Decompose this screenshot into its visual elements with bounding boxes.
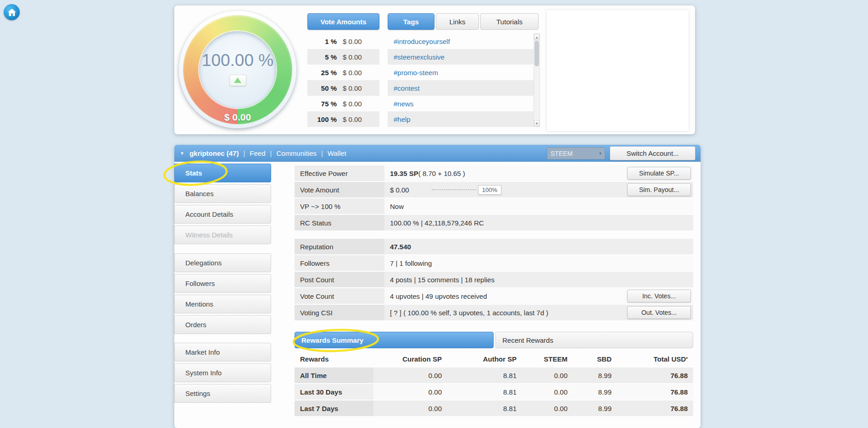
stat-value-text: 7 | 1 following: [390, 259, 432, 267]
outgoing-votes-button[interactable]: Out. Votes...: [627, 306, 691, 319]
scroll-down-icon[interactable]: ▼: [534, 120, 540, 126]
vote-value: $ 0.00: [343, 69, 362, 77]
stat-value-text: 100.00 % | 42,118,579,246 RC: [390, 219, 484, 227]
tag-link[interactable]: #help: [388, 111, 540, 127]
account-dropdown-caret-icon[interactable]: ▼: [180, 151, 184, 156]
vote-amounts-header[interactable]: Vote Amounts: [307, 13, 379, 30]
home-icon: [8, 9, 16, 16]
rewards-cell: 8.81: [445, 384, 519, 400]
rewards-cell: 76.88: [614, 384, 693, 400]
voting-power-percent: 100.00 %: [202, 51, 273, 70]
tags-panel: Tags Links Tutorials #introduceyourself …: [388, 13, 540, 127]
sidebar-item-settings[interactable]: Settings: [174, 384, 271, 403]
tags-scrollbar[interactable]: ▲ ▼: [534, 33, 540, 127]
stat-value-text: Now: [390, 203, 404, 210]
rewards-cell: Last 30 Days: [295, 384, 373, 400]
tag-link[interactable]: #contest: [388, 80, 540, 96]
scroll-up-icon[interactable]: ▲: [534, 34, 540, 40]
rewards-cell: 0.00: [373, 401, 445, 416]
tab-recent-rewards[interactable]: Recent Rewards: [495, 332, 693, 348]
tab-rewards-summary[interactable]: Rewards Summary: [295, 332, 494, 348]
select-caret-icon: ▾: [599, 151, 601, 156]
incoming-votes-button[interactable]: Inc. Votes...: [627, 290, 691, 302]
vote-amount-row: 75 %$ 0.00: [307, 96, 379, 111]
account-name[interactable]: gkriptonec (47): [189, 149, 239, 157]
tag-link[interactable]: #promo-steem: [388, 65, 540, 80]
main-panel: ▼ gkriptonec (47) | Feed | Communities |…: [174, 145, 701, 428]
stat-label: Vote Count: [295, 288, 384, 304]
link-feed[interactable]: Feed: [250, 149, 265, 157]
stat-value-text: [ ? ] ( 100.00 % self, 3 upvotes, 1 acco…: [390, 309, 548, 317]
sidebar-item-system-info[interactable]: System Info: [174, 363, 271, 382]
gauge-vote-amount: $ 0.00: [179, 112, 296, 123]
vote-value: $ 0.00: [343, 53, 362, 61]
rewards-cell: All Time: [295, 368, 373, 383]
vote-percent: 50 %: [307, 84, 337, 92]
tag-link[interactable]: #news: [388, 96, 540, 111]
simulate-sp-button[interactable]: Simulate SP...: [627, 167, 691, 180]
tag-link[interactable]: #steemexclusive: [388, 49, 540, 65]
sidebar-item-mentions[interactable]: Mentions: [174, 295, 271, 313]
chain-select[interactable]: STEEM ▾: [547, 147, 605, 159]
vote-amount-row: 1 %$ 0.00: [307, 33, 379, 49]
vote-amount-row: 5 %$ 0.00: [307, 49, 379, 65]
rewards-cell: 8.99: [570, 384, 614, 400]
rewards-row-last-7-days: Last 7 Days 0.00 8.81 0.00 8.99 76.88: [295, 401, 693, 416]
separator: |: [321, 149, 323, 157]
home-button[interactable]: [4, 4, 20, 20]
rewards-cell: Last 7 Days: [295, 401, 373, 416]
stat-value: 47.540: [384, 239, 693, 254]
sim-payout-button[interactable]: Sim. Payout...: [627, 183, 691, 196]
vote-amount-row: 25 %$ 0.00: [307, 65, 379, 80]
stat-label: Reputation: [295, 239, 384, 254]
stat-value: 4 posts | 15 comments | 18 replies: [384, 272, 693, 287]
rewards-header-row: Rewards Curation SP Author SP STEEM SBD …: [295, 351, 693, 367]
up-triangle-icon: [234, 77, 241, 83]
link-communities[interactable]: Communities: [276, 149, 317, 157]
rewards-header-cell: STEEM: [519, 351, 570, 367]
separator: |: [270, 149, 272, 157]
rewards-cell: 76.88: [614, 401, 693, 416]
sidebar-item-balances[interactable]: Balances: [174, 184, 271, 203]
vote-percent: 25 %: [307, 69, 337, 77]
vote-amount-row: 100 %$ 0.00: [307, 111, 379, 127]
rewards-cell: 0.00: [519, 384, 570, 400]
gauge-inner: 100.00 %: [199, 31, 276, 108]
switch-account-button[interactable]: Switch Account...: [610, 146, 696, 160]
rewards-cell: 0.00: [373, 384, 445, 400]
stat-row-followers: Followers 7 | 1 following: [295, 255, 693, 271]
sidebar-item-market-info[interactable]: Market Info: [174, 343, 271, 362]
rewards-header-cell: Total USD*: [614, 351, 693, 367]
stat-label: Effective Power: [295, 165, 384, 181]
sidebar-item-witness-details: Witness Details: [174, 225, 271, 244]
stat-label: RC Status: [295, 215, 384, 230]
stat-value-text: 4 posts | 15 comments | 18 replies: [390, 276, 495, 284]
stat-value-text: ( 8.70 + 10.65 ): [418, 170, 465, 177]
vote-value: $ 0.00: [343, 84, 362, 92]
sidebar-item-delegations[interactable]: Delegations: [174, 253, 271, 272]
stat-row-reputation: Reputation 47.540: [295, 239, 693, 254]
link-wallet[interactable]: Wallet: [328, 149, 346, 157]
rewards-row-last-30-days: Last 30 Days 0.00 8.81 0.00 8.99 76.88: [295, 384, 693, 400]
vote-percent: 1 %: [307, 38, 337, 45]
vote-weight-slider[interactable]: [432, 189, 476, 190]
rewards-header-cell: Author SP: [445, 351, 519, 367]
sidebar-item-stats[interactable]: Stats: [174, 164, 271, 182]
rewards-header-cell: Curation SP: [373, 351, 445, 367]
tab-tutorials[interactable]: Tutorials: [480, 13, 539, 30]
sidebar-item-account-details[interactable]: Account Details: [174, 205, 271, 224]
vote-value: $ 0.00: [343, 100, 362, 108]
rewards-cell: 8.81: [445, 401, 519, 416]
tab-tags[interactable]: Tags: [388, 13, 434, 30]
tab-links[interactable]: Links: [436, 13, 479, 30]
stat-value-strong: 47.540: [390, 243, 411, 251]
vote-value: $ 0.00: [343, 38, 362, 45]
sidebar-item-orders[interactable]: Orders: [174, 315, 271, 334]
sidebar-item-followers[interactable]: Followers: [174, 274, 271, 293]
rewards-cell: 8.99: [570, 368, 614, 383]
tag-link[interactable]: #introduceyourself: [388, 33, 540, 49]
scrollbar-thumb[interactable]: [534, 41, 539, 66]
vote-amounts-panel: Vote Amounts 1 %$ 0.00 5 %$ 0.00 25 %$ 0…: [307, 13, 379, 127]
account-bar: ▼ gkriptonec (47) | Feed | Communities |…: [174, 145, 701, 162]
stat-value: 100.00 % | 42,118,579,246 RC: [384, 215, 693, 230]
